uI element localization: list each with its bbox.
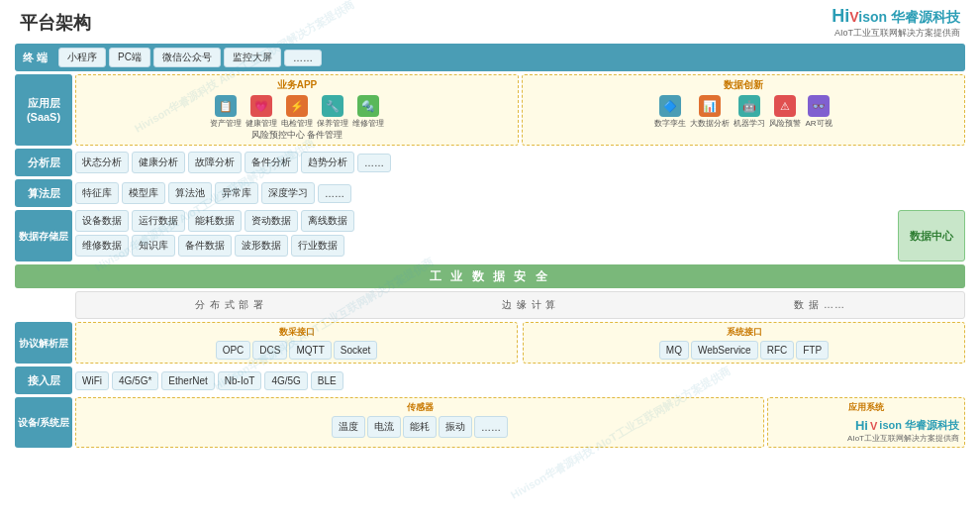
terminal-more: …… <box>284 50 322 66</box>
app-sys-section: 应用系统 HiVison 华睿源科技 AIoT工业互联网解决方案提供商 <box>767 397 965 448</box>
proto-mqtt: MQTT <box>289 341 331 360</box>
storage-content: 设备数据 运行数据 能耗数据 资动数据 离线数据 维修数据 知识库 备件数据 波… <box>75 210 892 262</box>
sensor-energy: 能耗 <box>403 416 437 438</box>
analysis-fault: 故障分析 <box>188 152 242 173</box>
access-ethernet: EtherNet <box>161 371 214 390</box>
ml-icon: 🤖 <box>738 95 760 117</box>
access-4g5g-star: 4G/5G* <box>112 371 158 390</box>
st-repair: 维修数据 <box>75 235 129 257</box>
ml-label: 机器学习 <box>734 118 765 129</box>
alg-pool: 算法池 <box>168 182 212 204</box>
sensor-section: 传感器 温度 电流 能耗 振动 …… <box>75 397 764 448</box>
icon-ml: 🤖 机器学习 <box>734 95 765 129</box>
sensor-vibration: 振动 <box>439 416 472 438</box>
analysis-row: 分析层 状态分析 健康分析 故障分析 备件分析 趋势分析 …… <box>15 149 965 176</box>
icon-repair: 🔩 维修管理 <box>352 95 384 129</box>
alg-anomaly: 异常库 <box>215 182 258 204</box>
st-device: 设备数据 <box>75 210 129 232</box>
analysis-trend: 趋势分析 <box>301 152 354 173</box>
analysis-parts: 备件分析 <box>245 152 298 173</box>
logo-area: HiVison 华睿源科技 AIoT工业互联网解决方案提供商 <box>832 6 960 40</box>
system-interface-section: 系统接口 MQ WebService RFC FTP <box>523 322 965 364</box>
sensor-title: 传感器 <box>81 401 758 414</box>
icon-asset: 📋 资产管理 <box>210 95 242 129</box>
edge-compute: 边 缘 计 算 <box>502 298 556 312</box>
access-row: 接入层 WiFi 4G/5G* EtherNet Nb-IoT 4G/5G BL… <box>15 366 965 394</box>
sensor-more: …… <box>474 416 508 438</box>
terminal-pc: PC端 <box>109 48 150 67</box>
data-innovation-icons: 🔷 数字孪生 📊 大数据分析 🤖 机器学习 ⚠ <box>528 95 959 129</box>
sys-mq: MQ <box>659 341 689 360</box>
storage-label: 数据存储层 <box>15 210 72 262</box>
business-app-title: 业务APP <box>81 78 513 92</box>
health-label: 健康管理 <box>245 118 277 129</box>
access-ble: BLE <box>311 371 343 390</box>
icon-health: 💗 健康管理 <box>245 95 277 129</box>
st-waveform: 波形数据 <box>235 235 288 257</box>
data-interface-section: 数采接口 OPC DCS MQTT Socket <box>75 322 518 364</box>
logo-rest: ison 华睿源科技 <box>858 9 960 25</box>
repair-icon: 🔩 <box>357 95 379 117</box>
alg-model: 模型库 <box>122 182 165 204</box>
sys-rfc: RFC <box>760 341 795 360</box>
data-interface-items: OPC DCS MQTT Socket <box>81 341 512 360</box>
app-layer-label: 应用层 (SaaS) <box>15 74 72 146</box>
logo-rest-small: ison 华睿源科技 <box>879 418 959 433</box>
device-content: 传感器 温度 电流 能耗 振动 …… 应用系统 HiVison 华睿源科技 AI… <box>75 397 965 448</box>
analysis-health: 健康分析 <box>132 152 185 173</box>
data-center-box: 数据中心 <box>898 210 965 262</box>
icon-digital-twin: 🔷 数字孪生 <box>654 95 686 129</box>
app-sys-logo: HiVison 华睿源科技 <box>773 416 959 433</box>
proto-opc: OPC <box>216 341 251 360</box>
access-wifi: WiFi <box>75 371 109 390</box>
data-innovation-section: 数据创新 🔷 数字孪生 📊 大数据分析 🤖 机器学习 <box>522 74 965 146</box>
system-interface-title: 系统接口 <box>529 326 959 339</box>
algorithm-content: 特征库 模型库 算法池 异常库 深度学习 …… <box>75 179 965 207</box>
st-parts: 备件数据 <box>178 235 232 257</box>
algorithm-label: 算法层 <box>15 179 72 207</box>
terminal-label: 终 端 <box>23 51 48 65</box>
analysis-status: 状态分析 <box>75 152 129 173</box>
app-sys-sub: AIoT工业互联网解决方案提供商 <box>773 433 959 444</box>
icon-electric: ⚡ 电检管理 <box>281 95 313 129</box>
security-label: 工 业 数 据 安 全 <box>430 268 550 285</box>
bigdata-label: 大数据分析 <box>690 118 730 129</box>
logo-v-small: V <box>870 420 877 432</box>
distributed-row: 分 布 式 部 署 边 缘 计 算 数 据 …… <box>15 291 965 319</box>
asset-icon: 📋 <box>215 95 237 117</box>
analysis-more: …… <box>357 154 391 172</box>
access-label: 接入层 <box>15 366 72 394</box>
terminal-miniapp: 小程序 <box>58 48 106 67</box>
proto-socket: Socket <box>334 341 378 360</box>
data-more: 数 据 …… <box>794 298 845 312</box>
st-offline: 离线数据 <box>301 210 354 232</box>
repair-label: 维修管理 <box>352 118 384 129</box>
maintain-icon: 🔧 <box>322 95 343 117</box>
business-app-section: 业务APP 📋 资产管理 💗 健康管理 ⚡ 电检管理 <box>75 74 519 146</box>
digital-twin-label: 数字孪生 <box>654 118 686 129</box>
data-interface-title: 数采接口 <box>81 326 512 339</box>
storage-row2: 维修数据 知识库 备件数据 波形数据 行业数据 <box>75 235 892 257</box>
distributed-content: 分 布 式 部 署 边 缘 计 算 数 据 …… <box>75 291 965 319</box>
sensor-temp: 温度 <box>332 416 365 438</box>
page-title: 平台架构 <box>20 11 91 35</box>
icon-ar: 👓 AR可视 <box>805 95 832 129</box>
sensor-current: 电流 <box>367 416 401 438</box>
st-industry: 行业数据 <box>291 235 344 257</box>
security-row: 工 业 数 据 安 全 <box>15 264 965 288</box>
dist-spacer <box>15 291 72 319</box>
logo-v: V <box>849 9 858 25</box>
asset-label: 资产管理 <box>210 118 242 129</box>
sensor-items: 温度 电流 能耗 振动 …… <box>81 416 758 438</box>
maintain-label: 保养管理 <box>317 118 348 129</box>
protocol-content: 数采接口 OPC DCS MQTT Socket 系统接口 MQ WebServ… <box>75 322 965 364</box>
protocol-label: 协议解析层 <box>15 322 72 364</box>
bigdata-icon: 📊 <box>699 95 721 117</box>
app-layer-content: 业务APP 📋 资产管理 💗 健康管理 ⚡ 电检管理 <box>75 74 965 146</box>
page-container: 平台架构 HiVison 华睿源科技 AIoT工业互联网解决方案提供商 终 端 … <box>0 0 980 523</box>
st-motion: 资动数据 <box>245 210 298 232</box>
ar-icon: 👓 <box>808 95 830 117</box>
sys-webservice: WebService <box>691 341 758 360</box>
risk-alert-label: 风险预警 <box>769 118 801 129</box>
access-nbiot: Nb-IoT <box>218 371 262 390</box>
